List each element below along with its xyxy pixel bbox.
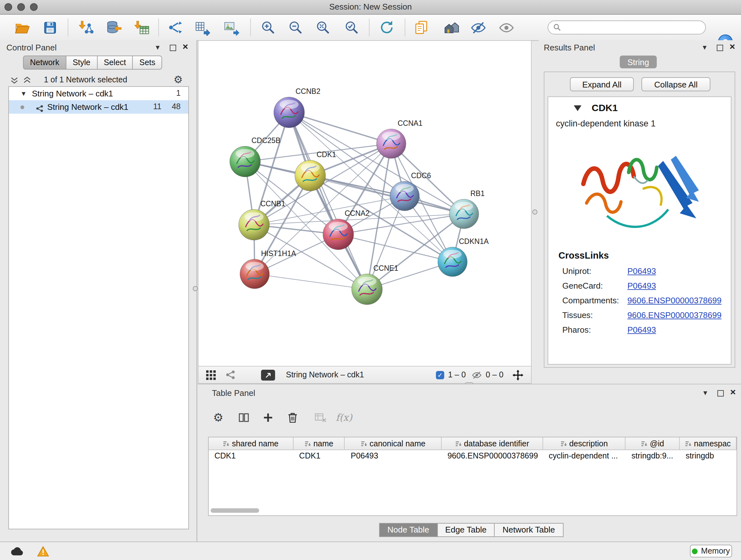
panel-close-icon[interactable]: ×	[730, 388, 736, 396]
export-image-button[interactable]	[221, 17, 241, 38]
memory-button[interactable]: Memory	[690, 545, 732, 557]
network-canvas[interactable]: CCNB2CCNA1CDC25BCDK1CDC6RB1CCNB1CCNA2CDK…	[198, 40, 532, 384]
column-header-namespac[interactable]: namespac	[680, 437, 737, 449]
panel-float-icon[interactable]	[718, 389, 724, 398]
network-node-ccna1[interactable]: CCNA1	[377, 119, 422, 159]
tree-caret-icon[interactable]: ▼	[20, 87, 27, 100]
tab-select[interactable]: Select	[97, 56, 133, 70]
zoom-in-icon	[260, 20, 276, 35]
collapse-all-button[interactable]: Collapse All	[642, 77, 711, 91]
column-header-label: @id	[650, 438, 664, 449]
crosshair-icon	[513, 369, 523, 380]
crosslink-value[interactable]: P06493	[627, 281, 656, 291]
table-panel: Table Panel ▾ × ⚙ f(x) shared namenameca…	[198, 384, 741, 542]
birdseye-view-button[interactable]	[225, 367, 235, 383]
panel-float-icon[interactable]	[717, 44, 723, 53]
network-edge[interactable]	[289, 112, 391, 144]
left-splitter-handle[interactable]	[193, 286, 198, 291]
column-header-shared-name[interactable]: shared name	[209, 437, 293, 449]
network-node-cdk1[interactable]: CDK1	[295, 150, 336, 191]
network-selection-status: 1 of 1 Network selected	[0, 75, 171, 84]
refresh-layout-button[interactable]	[377, 17, 397, 38]
show-all-button[interactable]	[496, 17, 516, 38]
hide-selected-button[interactable]	[468, 17, 488, 38]
network-node-rb1[interactable]: RB1	[449, 189, 485, 229]
crosslink-value[interactable]: P06493	[627, 325, 656, 334]
edge-count: 48	[172, 100, 181, 114]
pan-tool-button[interactable]	[513, 367, 523, 383]
selected-nodes-indicator[interactable]: ✓ 1 – 0	[436, 367, 466, 383]
panel-menu-caret-icon[interactable]: ▾	[703, 388, 707, 397]
column-header-name[interactable]: name	[293, 437, 345, 449]
expand-all-button[interactable]: Expand All	[570, 77, 634, 91]
export-view-button[interactable]	[261, 367, 275, 383]
annotations-button[interactable]	[411, 17, 431, 38]
section-caret-icon[interactable]	[574, 104, 582, 113]
crosslink-value[interactable]: 9606.ENSP00000378699	[627, 310, 722, 320]
tab-node-table[interactable]: Node Table	[379, 523, 437, 537]
grid-view-button[interactable]	[206, 367, 216, 383]
search-input[interactable]	[564, 22, 705, 33]
gear-icon[interactable]: ⚙	[174, 75, 183, 85]
tab-string[interactable]: String	[620, 56, 657, 68]
panel-menu-caret-icon[interactable]: ▾	[703, 43, 706, 52]
delete-table-button[interactable]	[312, 409, 329, 427]
tab-network-table[interactable]: Network Table	[495, 523, 563, 537]
column-header-description[interactable]: description	[543, 437, 625, 449]
crosslink-value[interactable]: 9606.ENSP00000378699	[627, 296, 722, 305]
column-header-canonical-name[interactable]: canonical name	[345, 437, 442, 449]
tab-sets[interactable]: Sets	[133, 56, 162, 70]
table-row[interactable]: CDK1CDK1P064939606.ENSP00000378699cyclin…	[209, 450, 737, 462]
save-session-button[interactable]	[40, 17, 60, 38]
network-graph[interactable]: CCNB2CCNA1CDC25BCDK1CDC6RB1CCNB1CCNA2CDK…	[199, 41, 531, 366]
right-splitter-handle[interactable]	[532, 209, 537, 214]
network-node-cdkn1a[interactable]: CDKN1A	[438, 237, 489, 276]
import-network-from-database-button[interactable]	[104, 17, 124, 38]
function-builder-button[interactable]: f(x)	[333, 409, 355, 427]
column-header--id[interactable]: @id	[626, 437, 680, 449]
tab-edge-table[interactable]: Edge Table	[437, 523, 495, 537]
tree-row[interactable]: String Network – cdk11148	[9, 100, 188, 114]
apply-layout-button[interactable]	[441, 17, 461, 38]
node-table[interactable]: shared namenamecanonical namedatabase id…	[208, 437, 737, 516]
delete-column-button[interactable]	[283, 409, 301, 427]
tree-row[interactable]: ▼String Network – cdk11	[9, 87, 188, 100]
new-network-button[interactable]	[165, 17, 186, 38]
show-columns-button[interactable]	[235, 409, 253, 427]
zoom-selected-button[interactable]	[341, 17, 362, 38]
network-edge[interactable]	[255, 274, 367, 289]
search-field[interactable]	[548, 20, 706, 35]
panel-close-icon[interactable]: ×	[730, 43, 735, 51]
crosslink-row: Pharos:P06493	[548, 323, 731, 338]
network-view-title: String Network – cdk1	[286, 367, 364, 383]
network-node-cdc25b[interactable]: CDC25B	[230, 136, 280, 177]
warning-icon[interactable]	[37, 546, 49, 559]
network-node-hist1h1a[interactable]: HIST1H1A	[240, 249, 296, 289]
panel-close-icon[interactable]: ×	[183, 43, 188, 51]
column-header-database-identifier[interactable]: database identifier	[442, 437, 543, 449]
column-header-label: description	[569, 438, 608, 449]
network-edge[interactable]	[254, 112, 289, 225]
table-settings-button[interactable]: ⚙	[209, 409, 227, 427]
database-import-icon	[106, 19, 122, 36]
network-node-ccnb2[interactable]: CCNB2	[274, 87, 320, 128]
crosslink-value[interactable]: P06493	[627, 266, 656, 276]
open-session-button[interactable]	[11, 17, 32, 38]
import-table-button[interactable]	[131, 17, 152, 38]
tab-network[interactable]: Network	[23, 56, 66, 70]
zoom-out-button[interactable]	[285, 17, 306, 38]
network-edge[interactable]	[289, 112, 367, 289]
import-network-button[interactable]	[76, 17, 96, 38]
tab-style[interactable]: Style	[66, 56, 98, 70]
create-column-button[interactable]	[259, 409, 277, 427]
hidden-nodes-indicator[interactable]: 0 – 0	[472, 367, 503, 383]
cloud-icon[interactable]	[10, 547, 23, 558]
panel-menu-caret-icon[interactable]: ▾	[156, 43, 159, 52]
zoom-in-button[interactable]	[258, 17, 278, 38]
export-table-button[interactable]	[192, 17, 212, 38]
network-tree: ▼String Network – cdk11String Network – …	[8, 86, 189, 530]
node-count: 11	[153, 100, 161, 114]
horizontal-scrollbar[interactable]	[211, 508, 259, 513]
panel-float-icon[interactable]	[170, 44, 176, 53]
zoom-fit-button[interactable]	[313, 17, 333, 38]
